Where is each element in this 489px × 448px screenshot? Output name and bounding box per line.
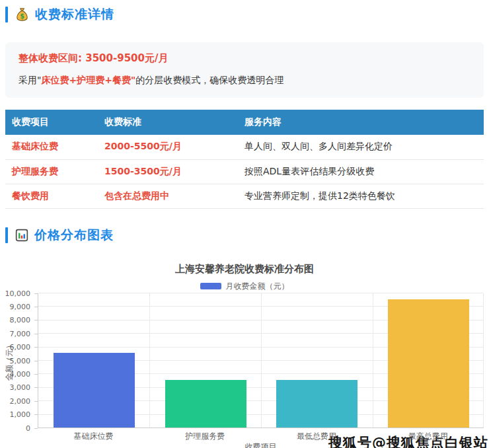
y-tick-mark [34, 307, 38, 307]
y-tick-label: 10,000 [0, 289, 30, 298]
row-standard: 2000-5500元/月 [98, 135, 238, 159]
row-standard: 1500-3500元/月 [98, 159, 238, 184]
gridline [261, 293, 262, 428]
y-tick-label: 7,000 [0, 330, 30, 338]
y-tick-label: 5,000 [0, 357, 30, 365]
row-standard: 包含在总费用中 [98, 184, 238, 208]
svg-text:$: $ [20, 13, 24, 20]
row-item: 护理服务费 [5, 159, 98, 184]
bar-最低总费用 [276, 380, 357, 427]
y-tick-mark [34, 334, 38, 334]
accent-bar [5, 7, 8, 22]
x-tick-label: 基础床位费 [38, 431, 149, 442]
col-header-standard: 收费标准 [98, 110, 238, 135]
plot-area [38, 293, 484, 428]
fee-mode-highlight: 床位费+护理费+餐费" [41, 75, 135, 85]
table-row: 餐饮费用 包含在总费用中 专业营养师定制，提供12类特色餐饮 [5, 184, 484, 208]
table-row: 基础床位费 2000-5500元/月 单人间、双人间、多人间差异化定价 [5, 135, 484, 159]
fee-mode-prefix: 采用" [19, 75, 41, 85]
col-header-content: 服务内容 [238, 110, 484, 135]
y-tick-label: 2,000 [0, 397, 30, 406]
legend-label: 月收费金额（元） [226, 281, 289, 292]
row-content: 专业营养师定制，提供12类特色餐饮 [238, 184, 484, 208]
gridline [373, 293, 373, 428]
bar-chart-icon [15, 229, 28, 242]
y-tick-label: 4,000 [0, 370, 30, 379]
y-tick-mark [34, 428, 38, 429]
x-tick-label: 最低总费用 [261, 431, 373, 442]
fee-mode-text: 采用"床位费+护理费+餐费"的分层收费模式，确保收费透明合理 [19, 75, 470, 87]
x-tick-label: 最高总费用 [372, 431, 484, 442]
col-header-item: 收费项目 [5, 110, 98, 135]
chart-title: 上海安馨养老院收费标准分布图 [0, 263, 489, 276]
fee-section-title: 收费标准详情 [35, 6, 114, 23]
y-tick-mark [34, 361, 38, 361]
bar-最高总费用 [388, 299, 469, 428]
y-tick-label: 3,000 [0, 383, 30, 392]
price-distribution-chart: 上海安馨养老院收费标准分布图 月收费金额（元） 金额（元） 收费项目 搜狐号@搜… [0, 259, 489, 448]
row-item: 基础床位费 [5, 135, 98, 159]
fee-section-header: $ 收费标准详情 [5, 5, 484, 24]
y-tick-label: 8,000 [0, 316, 30, 324]
legend-swatch [200, 283, 221, 289]
table-row: 护理服务费 1500-3500元/月 按照ADL量表评估结果分级收费 [5, 159, 484, 184]
fee-table-header-row: 收费项目 收费标准 服务内容 [5, 110, 484, 135]
y-tick-mark [34, 387, 38, 388]
gridline [149, 293, 150, 428]
fee-table: 收费项目 收费标准 服务内容 基础床位费 2000-5500元/月 单人间、双人… [5, 110, 484, 209]
accent-bar [5, 227, 8, 243]
row-item: 餐饮费用 [5, 184, 98, 208]
fee-range-text: 整体收费区间: 3500-9500元/月 [19, 52, 470, 65]
y-tick-mark [34, 320, 38, 320]
row-content: 单人间、双人间、多人间差异化定价 [238, 135, 484, 159]
y-tick-mark [34, 347, 38, 348]
chart-section-header: 价格分布图表 [5, 226, 484, 244]
y-tick-label: 9,000 [0, 303, 30, 311]
y-tick-mark [34, 293, 38, 294]
y-tick-label: 0 [0, 424, 30, 433]
y-tick-mark [34, 401, 38, 402]
fee-mode-suffix: 的分层收费模式，确保收费透明合理 [135, 75, 283, 85]
chart-legend[interactable]: 月收费金额（元） [0, 281, 489, 292]
y-tick-mark [34, 374, 38, 375]
x-tick-label: 护理服务费 [149, 431, 261, 442]
chart-section-title: 价格分布图表 [34, 227, 114, 244]
bar-护理服务费 [165, 380, 246, 427]
bar-基础床位费 [54, 353, 135, 427]
y-tick-label: 1,000 [0, 410, 30, 419]
row-content: 按照ADL量表评估结果分级收费 [238, 159, 484, 184]
y-tick-label: 6,000 [0, 343, 30, 352]
money-bag-icon: $ [15, 7, 29, 22]
y-tick-mark [34, 414, 38, 415]
fee-summary-box: 整体收费区间: 3500-9500元/月 采用"床位费+护理费+餐费"的分层收费… [5, 42, 484, 98]
